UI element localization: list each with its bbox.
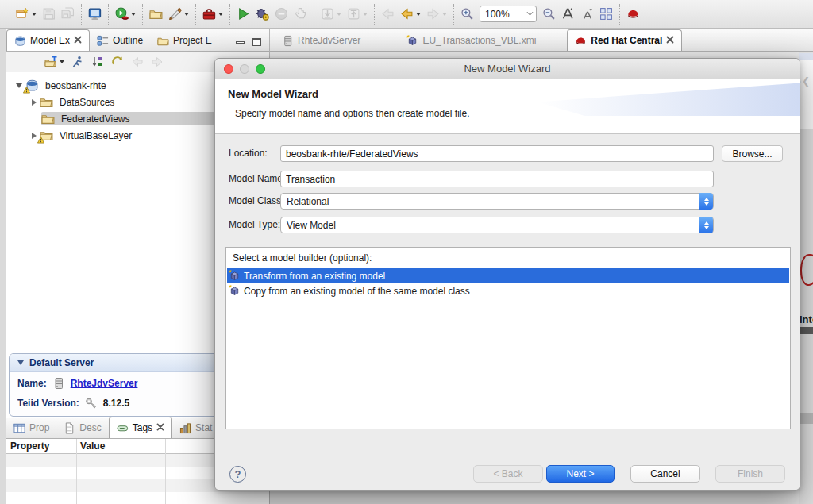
sort-button[interactable]: [91, 56, 104, 68]
export-button[interactable]: [347, 7, 368, 21]
server-name-link[interactable]: RhteJdvServer: [71, 378, 138, 389]
zoom-out-icon[interactable]: [542, 7, 556, 21]
browse-button[interactable]: Browse...: [722, 145, 783, 162]
font-increase-button[interactable]: [561, 7, 575, 21]
refresh-button[interactable]: [111, 56, 124, 68]
tree-item-label: FederatedViews: [58, 113, 133, 125]
statistics-icon: [179, 422, 191, 434]
collapse-icon[interactable]: [32, 133, 37, 139]
select-stepper-icon: [699, 217, 713, 233]
save-button[interactable]: [42, 7, 56, 21]
maximize-view-button[interactable]: [252, 38, 261, 46]
tab-outline[interactable]: Outline: [90, 30, 150, 51]
close-icon[interactable]: [666, 35, 674, 46]
font-decrease-button[interactable]: [580, 7, 594, 21]
minimize-view-button[interactable]: [236, 41, 245, 44]
diagram-grid-button[interactable]: [599, 7, 613, 21]
redhat-logo-fragment: [800, 254, 813, 286]
model-type-select[interactable]: View Model: [280, 217, 714, 233]
tab-properties[interactable]: Prop: [6, 417, 56, 438]
model-class-select[interactable]: Relational: [280, 193, 714, 210]
model-builder-icon: [229, 270, 241, 282]
location-input[interactable]: [280, 145, 714, 162]
banner-decoration: [538, 79, 800, 116]
forward-button[interactable]: [151, 56, 164, 68]
watermark-chevrons: ❯❮: [799, 75, 810, 87]
expand-icon[interactable]: [16, 83, 22, 88]
next-button[interactable]: Next >: [546, 465, 615, 483]
folder-icon: [40, 95, 53, 109]
tab-project-explorer[interactable]: Project E: [150, 30, 219, 51]
warning-icon: [37, 137, 44, 144]
open-folder-button[interactable]: [149, 7, 163, 21]
execute-vdb-button[interactable]: [115, 7, 136, 21]
column-header-value[interactable]: Value: [76, 441, 165, 452]
zoom-in-icon[interactable]: [460, 7, 474, 21]
new-wizard-button[interactable]: [16, 7, 37, 21]
zoom-level-combo[interactable]: 100%: [480, 6, 537, 22]
table-icon: [13, 422, 25, 434]
left-view-tabbar: Model Ex Outline Project E: [6, 29, 269, 52]
warning-icon: [23, 87, 30, 94]
tab-description[interactable]: Desc: [56, 417, 108, 438]
tab-label: Outline: [113, 35, 143, 46]
outline-icon: [97, 35, 109, 47]
skip-button[interactable]: [294, 7, 307, 21]
editor-tab-redhat-central[interactable]: Red Hat Central: [567, 29, 682, 51]
zoom-level-value: 100%: [485, 9, 510, 20]
close-icon[interactable]: [74, 35, 82, 46]
zoom-window-button[interactable]: [256, 64, 265, 74]
import-button[interactable]: [321, 7, 341, 21]
section-title: Default Server: [29, 357, 94, 368]
server-icon: [52, 377, 65, 390]
table-row: [6, 492, 269, 504]
builder-item-transform[interactable]: Transform from an existing model: [227, 268, 789, 283]
editor-content-sliver: ❯❮ Inte: [799, 52, 813, 504]
back-button[interactable]: < Back: [473, 465, 543, 483]
tab-model-explorer[interactable]: Model Ex: [6, 29, 90, 51]
tab-label: Tags: [133, 422, 152, 433]
redhat-central-button[interactable]: [626, 7, 640, 21]
editor-tab-eu-transactions[interactable]: EU_Transactions_VBL.xmi: [399, 30, 543, 51]
new-model-wizard-dialog: New Model Wizard New Model Wizard Specif…: [214, 58, 800, 491]
cancel-button[interactable]: Cancel: [630, 465, 700, 483]
close-window-button[interactable]: [224, 64, 233, 74]
left-trim: [0, 29, 6, 504]
editor-tab-rhtejdvserver[interactable]: RhteJdvServer: [275, 30, 368, 51]
run-validator-button[interactable]: [71, 56, 84, 68]
tab-label: Model Ex: [30, 35, 70, 46]
collapse-icon[interactable]: [32, 99, 37, 106]
close-icon[interactable]: [156, 422, 164, 433]
nav-forward-button[interactable]: [426, 7, 447, 21]
help-button[interactable]: ?: [229, 466, 246, 483]
minimize-window-button[interactable]: [240, 64, 249, 74]
brush-button[interactable]: [168, 7, 189, 21]
folder-icon: [41, 112, 55, 125]
toolbox-button[interactable]: [202, 7, 223, 21]
collapse-section-icon[interactable]: [17, 360, 24, 365]
model-name-input[interactable]: [280, 171, 714, 187]
wizard-banner: New Model Wizard Specify model name and …: [215, 79, 800, 134]
column-header-property[interactable]: Property: [6, 441, 76, 452]
save-all-button[interactable]: [61, 7, 75, 21]
stop-button[interactable]: [275, 7, 288, 21]
dialog-titlebar[interactable]: New Model Wizard: [215, 59, 800, 79]
tab-tags[interactable]: Tags: [109, 417, 172, 438]
back-button[interactable]: [131, 56, 144, 68]
new-model-button[interactable]: [44, 56, 64, 68]
debug-button[interactable]: [256, 7, 269, 21]
redhat-icon: [575, 35, 587, 47]
model-builder-group: Select a model builder (optional): Trans…: [225, 247, 791, 429]
nav-back-button[interactable]: [400, 7, 421, 21]
builder-item-copy[interactable]: Copy from an existing model of the same …: [227, 283, 789, 298]
chevron-down-icon: [527, 10, 534, 16]
tab-statistics[interactable]: Stat: [172, 417, 219, 438]
finish-button[interactable]: Finish: [715, 465, 785, 483]
builder-item-label: Copy from an existing model of the same …: [244, 286, 470, 297]
document-icon: [64, 422, 75, 434]
run-button[interactable]: [237, 7, 250, 21]
editor-tabbar: RhteJdvServer EU_Transactions_VBL.xmi Re…: [270, 29, 813, 52]
console-button[interactable]: [88, 7, 102, 21]
version-value: 8.12.5: [103, 398, 129, 409]
nav-back-disabled-button[interactable]: [381, 7, 395, 21]
